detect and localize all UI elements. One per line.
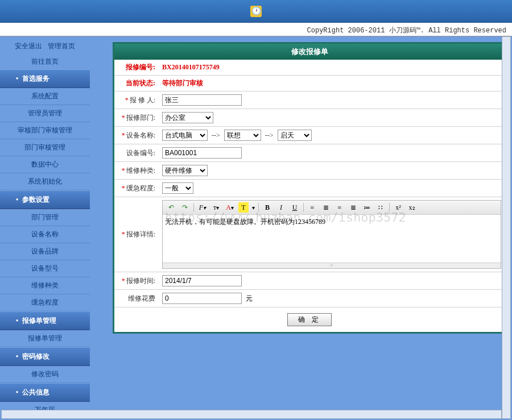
nav-item[interactable]: 设备品牌: [0, 243, 90, 260]
superscript-icon[interactable]: x²: [393, 202, 403, 213]
nav-item[interactable]: 系统初始化: [0, 173, 90, 190]
align-left-icon[interactable]: ≡: [307, 202, 317, 213]
submit-button[interactable]: 确 定: [287, 313, 331, 326]
horizontal-scrollbar[interactable]: [1, 410, 502, 419]
input-person[interactable]: [162, 94, 242, 106]
label-urgency: 缓急程度:: [126, 184, 155, 192]
clock-icon: 🕐: [250, 6, 262, 17]
italic-icon[interactable]: I: [276, 202, 286, 213]
align-justify-icon[interactable]: ≣: [348, 202, 358, 213]
sidebar: 安全退出 管理首页 前往首页 首选服务 系统配置 管理员管理 审核部门审核管理 …: [0, 36, 90, 420]
nav-item[interactable]: 维修种类: [0, 277, 90, 294]
list-unordered-icon[interactable]: ∷: [375, 202, 386, 213]
label-status: 当前状态:: [126, 79, 155, 87]
nav-item[interactable]: 数据中心: [0, 156, 90, 173]
font-family-icon[interactable]: F▾: [197, 202, 208, 213]
nav-header-repair[interactable]: 报修单管理: [0, 311, 90, 330]
copyright-bar: CopyRight 2006-2011 小刀源码™. All Rights Re…: [0, 23, 512, 36]
rich-editor: ↶ ↷ F▾ т▾ A▾ T▾ B I U: [162, 200, 501, 269]
label-equip: 设备名称:: [126, 131, 155, 139]
input-time[interactable]: [162, 275, 242, 286]
nav-header-public[interactable]: 公共信息: [0, 383, 90, 402]
link-admin-home[interactable]: 管理首页: [48, 41, 75, 51]
link-logout[interactable]: 安全退出: [15, 41, 42, 51]
nav-item[interactable]: 报修单管理: [0, 330, 90, 347]
nav-header-preferred[interactable]: 首选服务: [0, 69, 90, 88]
arrow-icon: -->: [265, 131, 274, 139]
nav-header-password[interactable]: 密码修改: [0, 347, 90, 366]
label-equip-no: 设备编号:: [126, 149, 155, 157]
select-equip-type[interactable]: 台式电脑: [162, 130, 208, 141]
cost-unit: 元: [246, 294, 253, 302]
align-center-icon[interactable]: ≣: [321, 202, 331, 213]
select-kind[interactable]: 硬件维修: [162, 165, 208, 176]
label-dept: 报修部门:: [126, 114, 155, 122]
label-person: 报 修 人:: [130, 96, 155, 104]
resize-handle-icon[interactable]: ÷: [163, 263, 501, 268]
label-detail: 报修详情:: [126, 230, 155, 238]
select-dept[interactable]: 办公室: [162, 112, 213, 123]
link-front-home[interactable]: 前往首页: [0, 54, 90, 69]
nav-item[interactable]: 设备型号: [0, 260, 90, 277]
select-urgency[interactable]: 一般: [162, 182, 193, 194]
editor-textarea[interactable]: 无法开机，有可能是硬盘故障。开机密码为123456789: [163, 215, 501, 260]
top-bar: 🕐: [0, 0, 512, 23]
subscript-icon[interactable]: x₂: [407, 202, 417, 213]
label-time: 报修时间:: [126, 277, 155, 285]
select-equip-model[interactable]: 启天: [278, 130, 312, 141]
vertical-scrollbar[interactable]: [502, 36, 511, 419]
underline-icon[interactable]: U: [290, 202, 300, 213]
bold-icon[interactable]: B: [262, 202, 272, 213]
nav-item[interactable]: 部门管理: [0, 209, 90, 226]
value-repair-no: BX20140107175749: [162, 63, 220, 71]
align-right-icon[interactable]: ≡: [335, 202, 345, 213]
nav-item[interactable]: 系统配置: [0, 88, 90, 105]
input-equip-no[interactable]: [162, 147, 242, 159]
select-equip-brand[interactable]: 联想: [224, 130, 261, 141]
font-color-icon[interactable]: A▾: [225, 202, 235, 213]
nav-item[interactable]: 缓急程度: [0, 294, 90, 311]
font-size-icon[interactable]: т▾: [211, 202, 221, 213]
redo-icon[interactable]: ↷: [180, 202, 190, 213]
label-cost: 维修花费: [128, 294, 155, 302]
nav-item[interactable]: 审核部门审核管理: [0, 122, 90, 139]
nav-item[interactable]: 设备名称: [0, 226, 90, 243]
nav-item[interactable]: 管理员管理: [0, 105, 90, 122]
label-kind: 维修种类:: [126, 167, 155, 174]
nav-item[interactable]: 部门审核管理: [0, 139, 90, 156]
form-panel: 修改报修单 报修编号: BX20140107175749 当前状态: 等待部门审…: [113, 42, 506, 334]
label-repair-no: 报修编号:: [126, 63, 155, 71]
highlight-icon[interactable]: T: [238, 202, 249, 213]
panel-title: 修改报修单: [114, 44, 505, 60]
list-ordered-icon[interactable]: ≔: [362, 202, 372, 213]
undo-icon[interactable]: ↶: [166, 202, 176, 213]
nav-header-params[interactable]: 参数设置: [0, 190, 90, 209]
content-area: 修改报修单 报修编号: BX20140107175749 当前状态: 等待部门审…: [90, 36, 512, 420]
input-cost[interactable]: [162, 293, 242, 304]
value-status: 等待部门审核: [162, 79, 203, 87]
arrow-icon: -->: [212, 131, 220, 139]
nav-item[interactable]: 修改密码: [0, 366, 90, 383]
editor-toolbar: ↶ ↷ F▾ т▾ A▾ T▾ B I U: [163, 201, 501, 215]
